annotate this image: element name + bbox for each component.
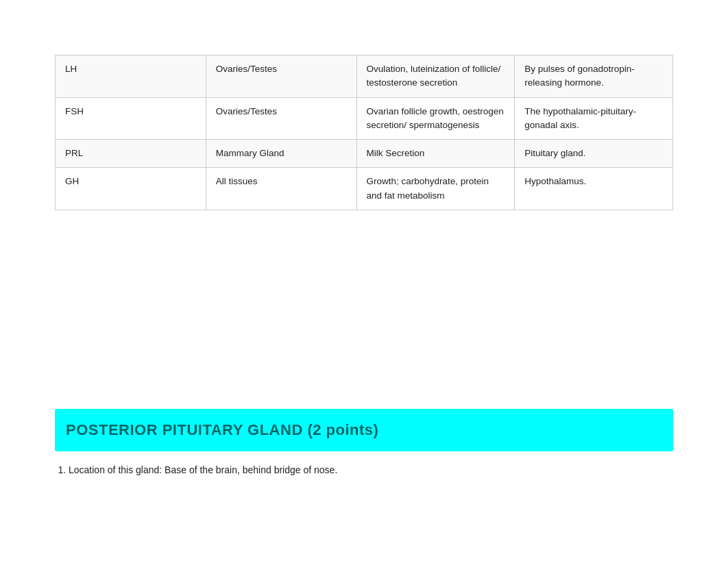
effect-cell: Ovulation, luteinization of follicle/ te… xyxy=(356,55,515,98)
hormone-cell: PRL xyxy=(56,140,206,168)
regulation-cell: The hypothalamic-pituitary-gonadal axis. xyxy=(515,97,673,140)
target-cell: Ovaries/Testes xyxy=(206,97,356,140)
regulation-cell: By pulses of gonadotropin-releasing horm… xyxy=(515,55,673,98)
hormone-table: LH Ovaries/Testes Ovulation, luteinizati… xyxy=(55,55,673,210)
posterior-header-banner: POSTERIOR PITUITARY GLAND (2 points) xyxy=(55,409,673,451)
regulation-cell: Pituitary gland. xyxy=(515,140,673,168)
effect-cell: Growth; carbohydrate, protein and fat me… xyxy=(356,168,515,210)
target-cell: Mammary Gland xyxy=(206,140,356,168)
posterior-list: Location of this gland: Base of the brai… xyxy=(55,462,673,477)
hormone-cell: FSH xyxy=(56,97,206,140)
posterior-pituitary-section: POSTERIOR PITUITARY GLAND (2 points) Loc… xyxy=(55,409,673,477)
table-row: LH Ovaries/Testes Ovulation, luteinizati… xyxy=(56,55,673,98)
list-item: Location of this gland: Base of the brai… xyxy=(69,462,673,477)
hormone-cell: GH xyxy=(56,168,206,210)
page-container: LH Ovaries/Testes Ovulation, luteinizati… xyxy=(0,0,728,491)
target-cell: All tissues xyxy=(206,168,356,210)
regulation-cell: Hypothalamus. xyxy=(515,168,673,210)
effect-cell: Milk Secretion xyxy=(356,140,515,168)
hormone-table-section: LH Ovaries/Testes Ovulation, luteinizati… xyxy=(55,55,673,210)
table-row: FSH Ovaries/Testes Ovarian follicle grow… xyxy=(56,97,673,140)
table-row: PRL Mammary Gland Milk Secretion Pituita… xyxy=(56,140,673,168)
target-cell: Ovaries/Testes xyxy=(206,55,356,98)
posterior-section-title: POSTERIOR PITUITARY GLAND (2 points) xyxy=(66,421,378,438)
table-row: GH All tissues Growth; carbohydrate, pro… xyxy=(56,168,673,210)
effect-cell: Ovarian follicle growth, oestrogen secre… xyxy=(356,97,515,140)
hormone-cell: LH xyxy=(56,55,206,98)
